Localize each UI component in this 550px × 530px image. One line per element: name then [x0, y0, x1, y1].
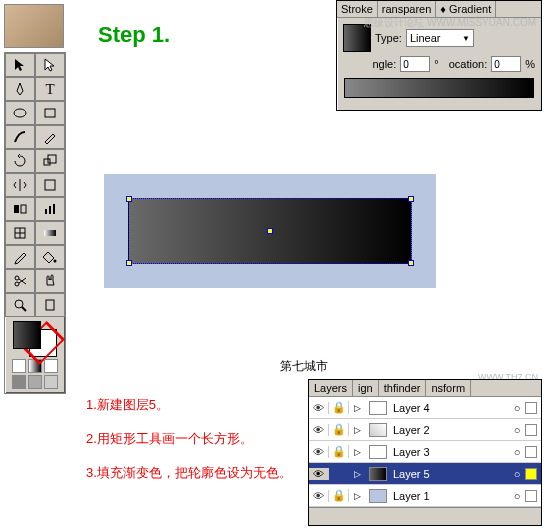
- gradient-ramp[interactable]: [344, 78, 534, 98]
- layer-thumb: [369, 467, 387, 481]
- reflect-tool[interactable]: [5, 173, 35, 197]
- svg-rect-13: [44, 230, 56, 236]
- handle-tr[interactable]: [408, 196, 414, 202]
- svg-point-17: [15, 300, 23, 308]
- visibility-icon[interactable]: 👁: [309, 468, 329, 480]
- lock-icon[interactable]: 🔒: [329, 489, 349, 502]
- tab-transform[interactable]: nsform: [426, 380, 471, 396]
- lock-icon[interactable]: 🔒: [329, 401, 349, 414]
- hand-tool[interactable]: [35, 269, 65, 293]
- visibility-icon[interactable]: 👁: [309, 402, 329, 414]
- selection-tool[interactable]: [5, 53, 35, 77]
- step-title: Step 1.: [98, 22, 170, 48]
- svg-line-18: [22, 307, 26, 311]
- gradient-tool[interactable]: [35, 221, 65, 245]
- svg-point-14: [54, 260, 57, 263]
- ellipse-tool[interactable]: [5, 101, 35, 125]
- location-input[interactable]: [491, 56, 521, 72]
- instruction-1: 1.新建图层5。: [86, 396, 292, 414]
- layers-panel: Layers ign thfinder nsform 👁🔒▷Layer 4○ 👁…: [308, 379, 542, 526]
- color-icon[interactable]: [525, 468, 537, 480]
- handle-br[interactable]: [408, 260, 414, 266]
- tab-layers[interactable]: Layers: [309, 380, 353, 396]
- blend-tool[interactable]: [5, 197, 35, 221]
- fill-stroke-swatch[interactable]: [13, 321, 57, 357]
- scissors-tool[interactable]: [5, 269, 35, 293]
- page-tool[interactable]: [35, 293, 65, 317]
- expand-icon[interactable]: ▷: [349, 403, 365, 413]
- color-icon[interactable]: [525, 490, 537, 502]
- lock-icon[interactable]: 🔒: [329, 423, 349, 436]
- instruction-2: 2.用矩形工具画一个长方形。: [86, 430, 292, 448]
- layer-row[interactable]: 👁🔒▷Layer 1○: [309, 485, 541, 507]
- scale-tool[interactable]: [35, 149, 65, 173]
- target-icon[interactable]: ○: [509, 468, 525, 480]
- app-logo: [4, 4, 64, 48]
- color-mode[interactable]: [12, 359, 26, 373]
- eyedropper-tool[interactable]: [5, 245, 35, 269]
- gradient-type-select[interactable]: Linear: [406, 29, 474, 47]
- svg-rect-19: [46, 300, 54, 310]
- layer-row[interactable]: 👁🔒▷Layer 4○: [309, 397, 541, 419]
- tab-gradient[interactable]: ♦ Gradient: [436, 1, 496, 17]
- target-icon[interactable]: ○: [509, 424, 525, 436]
- layer-row[interactable]: 👁🔒▷Layer 3○: [309, 441, 541, 463]
- handle-bl[interactable]: [126, 260, 132, 266]
- handle-center[interactable]: [267, 228, 273, 234]
- layers-footer: [309, 507, 541, 525]
- tab-transparency[interactable]: ransparen: [378, 1, 437, 17]
- pencil-tool[interactable]: [35, 125, 65, 149]
- svg-rect-9: [53, 204, 55, 214]
- screen-mode-1[interactable]: [12, 375, 26, 389]
- layer-row[interactable]: 👁🔒▷Layer 2○: [309, 419, 541, 441]
- svg-rect-2: [44, 159, 50, 165]
- graph-tool[interactable]: [35, 197, 65, 221]
- pen-tool[interactable]: [5, 77, 35, 101]
- layer-thumb: [369, 401, 387, 415]
- target-icon[interactable]: ○: [509, 446, 525, 458]
- visibility-icon[interactable]: 👁: [309, 424, 329, 436]
- screen-mode-2[interactable]: [28, 375, 42, 389]
- free-transform-tool[interactable]: [35, 173, 65, 197]
- color-icon[interactable]: [525, 402, 537, 414]
- expand-icon[interactable]: ▷: [349, 425, 365, 435]
- svg-rect-8: [49, 206, 51, 214]
- angle-input[interactable]: [400, 56, 430, 72]
- zoom-tool[interactable]: [5, 293, 35, 317]
- visibility-icon[interactable]: 👁: [309, 446, 329, 458]
- handle-tl[interactable]: [126, 196, 132, 202]
- layer-row[interactable]: 👁▷Layer 5○: [309, 463, 541, 485]
- visibility-icon[interactable]: 👁: [309, 490, 329, 502]
- lock-icon[interactable]: 🔒: [329, 445, 349, 458]
- screen-mode-3[interactable]: [44, 375, 58, 389]
- svg-rect-5: [14, 205, 19, 213]
- type-label: Type:: [375, 32, 402, 44]
- none-mode[interactable]: [44, 359, 58, 373]
- expand-icon[interactable]: ▷: [349, 469, 365, 479]
- canvas[interactable]: [104, 174, 436, 288]
- tab-pathfinder[interactable]: thfinder: [379, 380, 427, 396]
- color-icon[interactable]: [525, 424, 537, 436]
- color-icon[interactable]: [525, 446, 537, 458]
- location-label: ocation:: [449, 58, 488, 70]
- direct-select-tool[interactable]: [35, 53, 65, 77]
- target-icon[interactable]: ○: [509, 490, 525, 502]
- angle-label: ngle:: [372, 58, 396, 70]
- rectangle-shape[interactable]: [128, 198, 412, 264]
- layer-thumb: [369, 423, 387, 437]
- expand-icon[interactable]: ▷: [349, 491, 365, 501]
- brush-tool[interactable]: [5, 125, 35, 149]
- layer-thumb: [369, 489, 387, 503]
- layer-thumb: [369, 445, 387, 459]
- paintbucket-tool[interactable]: [35, 245, 65, 269]
- tab-align[interactable]: ign: [353, 380, 379, 396]
- expand-icon[interactable]: ▷: [349, 447, 365, 457]
- mesh-tool[interactable]: [5, 221, 35, 245]
- tab-stroke[interactable]: Stroke: [337, 1, 378, 17]
- target-icon[interactable]: ○: [509, 402, 525, 414]
- rotate-tool[interactable]: [5, 149, 35, 173]
- rectangle-tool[interactable]: [35, 101, 65, 125]
- fill-swatch[interactable]: [13, 321, 41, 349]
- type-tool[interactable]: T: [35, 77, 65, 101]
- svg-rect-4: [45, 180, 55, 190]
